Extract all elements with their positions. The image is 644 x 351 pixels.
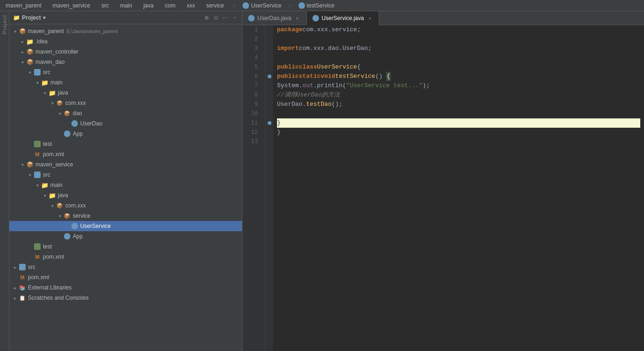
menu-maven-service[interactable]: maven_service (51, 1, 92, 10)
arrow-expanded[interactable]: ▾ (26, 70, 34, 75)
tree-item-pom_svc[interactable]: Mpom.xml (9, 252, 242, 262)
main-container: Project 📁 Project ▾ ⊕ ⊙ ⋯ − ▾📦maven_pare… (0, 11, 644, 351)
tree-item-dao_pkg[interactable]: ▾📦dao (9, 108, 242, 118)
tree-label-service_pkg: service (73, 213, 90, 219)
menu-xxx[interactable]: xxx (185, 1, 197, 10)
menu-java[interactable]: java (141, 1, 155, 10)
tree-item-UserService[interactable]: UserService (9, 221, 242, 231)
arrow-expanded[interactable]: ▾ (48, 101, 56, 106)
tree-item-maven_dao[interactable]: ▾📦maven_dao (9, 57, 242, 67)
arrow-collapsed[interactable]: ▸ (19, 49, 26, 55)
arrow-collapsed[interactable]: ▸ (19, 39, 26, 44)
tree-icon-comxxx_dao: 📦 (56, 99, 63, 107)
menu-main[interactable]: main (118, 1, 134, 10)
arrow-expanded[interactable]: ▾ (56, 213, 63, 219)
code-line-12: } (277, 128, 640, 137)
arrow-collapsed[interactable]: ▸ (11, 285, 19, 290)
code-line-13 (277, 137, 640, 146)
arrow-expanded[interactable]: ▾ (19, 162, 26, 167)
menu-src[interactable]: src (99, 1, 111, 10)
arrow-expanded[interactable]: ▾ (34, 183, 41, 188)
tree-item-test_svc[interactable]: test (9, 241, 242, 252)
tree-label-src_root: src (28, 264, 35, 270)
sidebar-dropdown-arrow[interactable]: ▾ (43, 14, 46, 21)
tab-userservice[interactable]: UserService.java × (307, 11, 380, 25)
tree-item-maven_parent[interactable]: ▾📦maven_parentE:\Java\maven_parent (9, 26, 242, 36)
line-number-1: 1 (242, 25, 262, 34)
menu-maven-parent[interactable]: maven_parent (4, 1, 43, 10)
sidebar-settings-icon[interactable]: ⋯ (222, 14, 229, 21)
tree-item-src_dao[interactable]: ▾src (9, 67, 242, 77)
arrow-expanded[interactable]: ▾ (19, 60, 26, 65)
code-line-2 (277, 34, 640, 44)
sidebar-expand-icon[interactable]: ⊙ (212, 14, 220, 21)
arrow-expanded[interactable]: ▾ (41, 90, 48, 96)
tree-item-java_dao[interactable]: ▾📁java (9, 88, 242, 98)
arrow-expanded[interactable]: ▾ (34, 80, 41, 85)
sidebar-locate-icon[interactable]: ⊕ (203, 14, 210, 21)
code-content[interactable]: package com.xxx.service;import com.xxx.d… (273, 25, 644, 351)
tree-item-maven_controller[interactable]: ▸📦maven_controller (9, 47, 242, 57)
line-number-3: 3 (242, 44, 262, 53)
testservice-breadcrumb-icon (298, 2, 305, 9)
tree-item-maven_service[interactable]: ▾📦maven_service (9, 159, 242, 170)
code-line-5: public class UserService { (277, 62, 640, 72)
tree-item-pom_root[interactable]: Mpom.xml (9, 272, 242, 282)
tree-item-service_pkg[interactable]: ▾📦service (9, 211, 242, 221)
tree-icon-pom_svc: M (34, 253, 41, 261)
arrow-collapsed[interactable]: ▸ (11, 265, 19, 270)
code-editor[interactable]: 12345678910111213 package com.xxx.servic… (242, 25, 644, 351)
arrow-expanded[interactable]: ▾ (26, 172, 34, 178)
menu-service[interactable]: service (204, 1, 226, 10)
tree-item-App_dao[interactable]: App (9, 129, 242, 139)
tree-item-src_root[interactable]: ▸src (9, 262, 242, 272)
sidebar-header: 📁 Project ▾ ⊕ ⊙ ⋯ − (9, 11, 242, 24)
breadcrumb-userservice[interactable]: UserService (242, 2, 281, 9)
gutter-cell-11 (266, 118, 273, 128)
sidebar-minimize-icon[interactable]: − (231, 14, 238, 21)
arrow-expanded[interactable]: ▾ (48, 203, 56, 208)
line-number-8: 8 (242, 90, 262, 100)
tree-icon-java_dao: 📁 (48, 89, 56, 96)
tree-label-main_dao: main (50, 79, 62, 86)
tree-item-scratches[interactable]: ▸📋Scratches and Consoles (9, 293, 242, 303)
tab-userdao[interactable]: UserDao.java × (242, 11, 307, 25)
tree-item-pom_dao[interactable]: Mpom.xml (9, 149, 242, 159)
vertical-tab-panel: Project (0, 11, 9, 351)
arrow-collapsed[interactable]: ▸ (11, 296, 19, 301)
tree-item-UserDao[interactable]: UserDao (9, 118, 242, 129)
tree-item-App_svc[interactable]: App (9, 231, 242, 241)
gutter-cell-6 (266, 72, 273, 81)
breadcrumb-testservice[interactable]: testService (298, 2, 334, 9)
tree-label-test_svc: test (43, 243, 52, 250)
tree-item-java_svc[interactable]: ▾📁java (9, 190, 242, 200)
vertical-tab-label[interactable]: Project (2, 15, 7, 34)
tree-icon-maven_dao: 📦 (26, 58, 34, 66)
tree-label-pom_root: pom.xml (28, 274, 49, 281)
gutter-marker-6 (268, 75, 271, 78)
tab-userdao-close[interactable]: × (294, 15, 301, 21)
editor-tabs: UserDao.java × UserService.java × (242, 11, 644, 25)
tab-userservice-close[interactable]: × (367, 15, 373, 21)
arrow-expanded[interactable]: ▾ (41, 193, 48, 198)
gutter-cell-2 (266, 34, 273, 44)
tree-label-App_svc: App (73, 233, 83, 240)
arrow-expanded[interactable]: ▾ (56, 111, 63, 116)
tree-item-main_svc[interactable]: ▾📁main (9, 180, 242, 190)
arrow-expanded[interactable]: ▾ (11, 29, 19, 34)
tree-icon-src_root (19, 263, 26, 271)
tree-item-comxxx_dao[interactable]: ▾📦com.xxx (9, 98, 242, 108)
menu-com[interactable]: com (163, 1, 177, 10)
tree-item-external_libs[interactable]: ▸📚External Libraries (9, 282, 242, 293)
tree-item-main_dao[interactable]: ▾📁main (9, 77, 242, 88)
tree-item-test_dao[interactable]: test (9, 139, 242, 149)
breadcrumb-userservice-label: UserService (251, 2, 281, 9)
tree-label-external_libs: External Libraries (28, 284, 71, 291)
tree-item-comxxx_svc[interactable]: ▾📦com.xxx (9, 200, 242, 211)
tree-item-src_svc[interactable]: ▾src (9, 170, 242, 180)
tree-icon-maven_parent: 📦 (19, 28, 26, 35)
tree-label-maven_dao: maven_dao (35, 59, 65, 65)
tree-label-src_dao: src (43, 69, 50, 76)
tree-item-idea[interactable]: ▸📁.idea (9, 36, 242, 47)
tab-userservice-label: UserService.java (322, 15, 364, 21)
